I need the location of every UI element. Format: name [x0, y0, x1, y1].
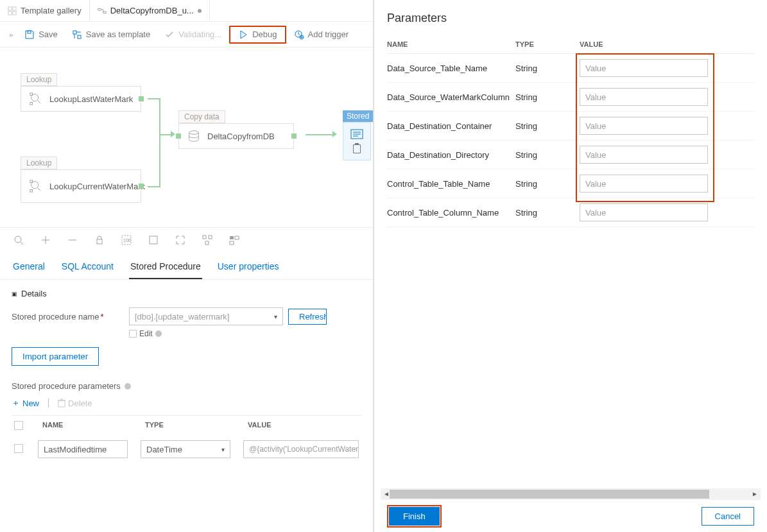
search-icon[interactable] — [13, 234, 24, 246]
fit-icon[interactable] — [175, 234, 186, 246]
import-parameter-button[interactable]: Import parameter — [12, 347, 99, 366]
tab-stored-procedure[interactable]: Stored Procedure — [129, 257, 202, 279]
svg-rect-2 — [8, 11, 12, 14]
tab-template-gallery[interactable]: Template gallery — [0, 0, 90, 21]
param-value-input[interactable] — [580, 146, 708, 164]
param-type: String — [515, 179, 580, 189]
param-value-input[interactable]: @{activity('LookupCurrentWaterMut.firstR… — [243, 440, 359, 458]
svg-rect-32 — [230, 241, 234, 245]
param-type: String — [515, 121, 580, 131]
save-button[interactable]: Save — [18, 27, 64, 42]
svg-rect-16 — [30, 190, 33, 193]
cancel-button[interactable]: Cancel — [702, 507, 754, 526]
param-type-select[interactable]: DateTime▾ — [141, 440, 230, 458]
panel-param-row: Control_Table_Column_NameString — [387, 198, 754, 227]
svg-rect-0 — [8, 6, 12, 10]
unsaved-dot-icon — [198, 9, 202, 13]
param-value-input[interactable] — [580, 117, 708, 135]
param-value-input[interactable] — [580, 175, 708, 193]
row-checkbox[interactable] — [14, 444, 23, 453]
svg-point-17 — [189, 131, 199, 135]
svg-rect-26 — [150, 236, 157, 244]
param-type: String — [515, 64, 580, 73]
lock-icon[interactable] — [94, 234, 105, 246]
chevron-down-icon: ▾ — [274, 313, 277, 320]
panel-col-value: VALUE — [580, 40, 754, 48]
lookup-icon — [29, 92, 43, 106]
tab-sql-account[interactable]: SQL Account — [60, 257, 115, 279]
details-section-header[interactable]: ▣ Details — [12, 289, 361, 298]
param-value-input[interactable] — [580, 203, 708, 221]
svg-rect-3 — [13, 11, 16, 14]
delete-param-button[interactable]: Delete — [58, 399, 92, 408]
panel-param-row: Data_Source_WaterMarkColumnString — [387, 83, 754, 112]
svg-rect-30 — [230, 236, 234, 239]
node-copy[interactable]: DeltaCopyfromDB — [178, 123, 294, 149]
save-as-template-button[interactable]: Save as template — [65, 27, 157, 42]
align-icon[interactable] — [228, 234, 240, 246]
add-trigger-button[interactable]: Add trigger — [288, 27, 356, 42]
svg-rect-29 — [205, 241, 209, 245]
pipeline-canvas[interactable]: Lookup LookupLastWaterMark Lookup Lookup… — [0, 47, 373, 227]
tab-gallery-label: Template gallery — [21, 6, 82, 15]
svg-rect-15 — [30, 180, 33, 183]
svg-rect-31 — [235, 236, 239, 239]
layout-icon[interactable] — [202, 234, 213, 246]
zoom-fit-icon[interactable]: 100 — [121, 234, 132, 246]
validate-button[interactable]: Validating... — [158, 27, 228, 42]
tab-general[interactable]: General — [12, 257, 46, 279]
node-stored-procedure[interactable]: Stored — [343, 110, 373, 160]
panel-table-header: NAME TYPE VALUE — [387, 35, 754, 54]
param-type: String — [515, 208, 580, 218]
stored-group-label: Stored — [343, 110, 373, 122]
pipeline-icon — [98, 6, 107, 15]
finish-button[interactable]: Finish — [389, 507, 440, 526]
node-lookup-current[interactable]: LookupCurrentWaterMark — [21, 169, 141, 203]
chevron-down-icon: ▾ — [221, 446, 225, 453]
param-type: String — [515, 150, 580, 160]
panel-param-row: Control_Table_Table_NameString — [387, 169, 754, 198]
param-value-input[interactable] — [580, 59, 708, 77]
scrollbar-thumb[interactable] — [390, 490, 709, 499]
expand-chevrons-icon[interactable]: » — [5, 31, 17, 39]
panel-col-type: TYPE — [515, 40, 580, 48]
svg-rect-12 — [30, 93, 33, 96]
param-value-input[interactable] — [580, 88, 708, 106]
info-icon — [125, 383, 131, 390]
scroll-left-icon[interactable]: ◄ — [383, 490, 390, 497]
stored-procedure-settings: ▣ Details Stored procedure name* [dbo].[… — [0, 280, 373, 471]
validate-label: Validating... — [178, 30, 221, 39]
node-lookup-last[interactable]: LookupLastWaterMark — [21, 86, 141, 112]
save-icon — [24, 30, 35, 40]
add-icon[interactable] — [40, 234, 51, 246]
new-label: New — [22, 399, 39, 408]
save-as-template-label: Save as template — [86, 30, 150, 39]
select-all-checkbox[interactable] — [14, 421, 23, 430]
horizontal-scrollbar[interactable]: ◄ ► — [381, 488, 761, 500]
sp-param-table-header: NAME TYPE VALUE — [12, 415, 361, 436]
remove-icon[interactable] — [67, 234, 78, 246]
sp-name-select[interactable]: [dbo].[update_watermark] ▾ — [129, 307, 283, 325]
collapse-icon: ▣ — [12, 291, 17, 297]
tab-pipeline[interactable]: DeltaCopyfromDB_u... — [90, 0, 210, 21]
delete-label: Delete — [68, 399, 92, 408]
param-name: Control_Table_Column_Name — [387, 208, 515, 218]
lookup-icon — [29, 179, 43, 193]
param-name-input[interactable]: LastModifiedtime — [38, 440, 128, 458]
svg-rect-5 — [103, 11, 105, 13]
debug-button[interactable]: Debug — [229, 26, 286, 44]
svg-rect-7 — [73, 31, 76, 34]
scroll-right-icon[interactable]: ► — [752, 490, 758, 497]
tab-user-properties[interactable]: User properties — [216, 257, 280, 279]
sp-edit-link[interactable]: Edit — [129, 329, 361, 338]
sp-name-value: [dbo].[update_watermark] — [135, 312, 229, 322]
trash-icon — [58, 399, 65, 408]
new-param-button[interactable]: ＋ New — [12, 397, 39, 409]
delete-icon[interactable] — [353, 144, 361, 153]
lookup-group-label-1: Lookup — [21, 73, 57, 86]
panel-col-name: NAME — [387, 40, 515, 48]
details-section-label: Details — [21, 289, 47, 298]
tab-pipeline-label: DeltaCopyfromDB_u... — [110, 6, 194, 15]
refresh-button[interactable]: Refresh — [288, 309, 327, 325]
fullscreen-icon[interactable] — [148, 234, 159, 246]
